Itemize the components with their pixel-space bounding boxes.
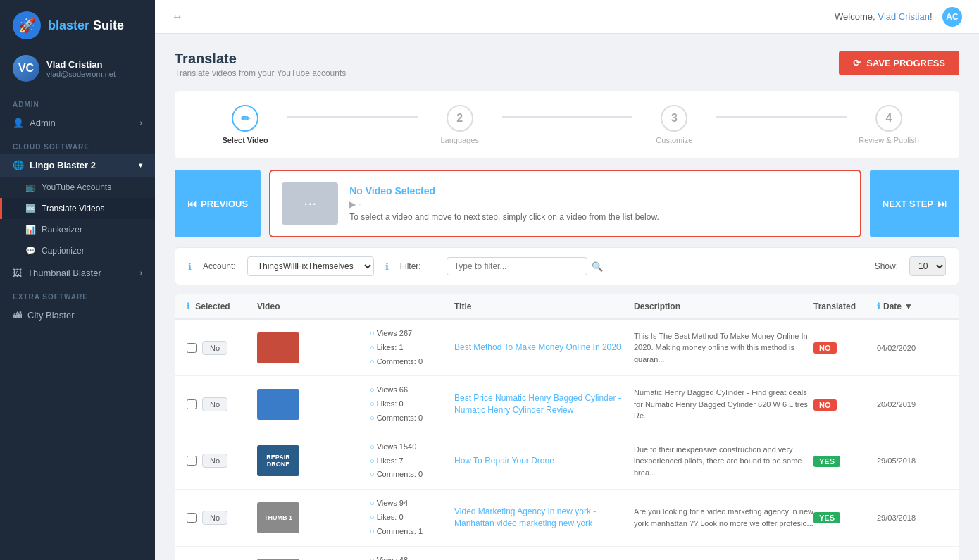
video-thumb[interactable]: THUMB 1 xyxy=(257,502,299,533)
th-description: Description xyxy=(634,301,813,311)
wizard-label-3: Customize xyxy=(656,136,692,144)
translated-badge: NO xyxy=(813,342,837,354)
account-label: Account: xyxy=(203,261,236,271)
wizard-step-3: 3 Customize xyxy=(632,105,716,144)
wizard-step-1: ✏ Select Video xyxy=(203,105,287,144)
video-thumb[interactable] xyxy=(257,332,299,363)
cell-translated: NO xyxy=(813,399,877,410)
cell-selected: No xyxy=(187,511,257,525)
page-title: Translate xyxy=(175,51,346,67)
rankerizer-icon: 📊 xyxy=(25,225,36,235)
row-checkbox[interactable] xyxy=(187,399,197,409)
sidebar-item-translate-videos[interactable]: 🔤 Translate Videos xyxy=(0,198,155,219)
th-selected: ℹ Selected xyxy=(187,301,257,311)
cell-stats: ○Views 267 ○Likes: 1 ○Comments: 0 xyxy=(370,327,454,368)
admin-section-label: ADMIN xyxy=(0,92,155,111)
topbar-nav: ↔ xyxy=(172,11,183,23)
no-button[interactable]: No xyxy=(202,341,227,355)
video-nav-area: ⏮ PREVIOUS ··· No Video Selected ▶ · To … xyxy=(175,170,959,237)
cell-date: 04/02/2020 xyxy=(877,344,947,352)
th-title: Title xyxy=(454,301,634,311)
show-select[interactable]: 10 xyxy=(909,256,946,276)
filter-input[interactable] xyxy=(447,257,587,275)
logo-icon: 🚀 xyxy=(13,11,41,39)
wizard-steps: ✏ Select Video 2 Languages 3 Customize 4… xyxy=(175,91,959,158)
sidebar-item-rankerizer[interactable]: 📊 Rankerizer xyxy=(0,219,155,240)
avatar: VC xyxy=(13,55,39,82)
wizard-circle-2: 2 xyxy=(447,105,473,132)
wizard-circle-3: 3 xyxy=(661,105,687,132)
no-button[interactable]: No xyxy=(202,397,227,411)
sidebar-item-city-blaster[interactable]: 🏙 City Blaster xyxy=(0,304,155,327)
video-hint-text: To select a video and move to next step,… xyxy=(349,212,849,222)
sidebar-item-youtube-accounts[interactable]: 📺 YouTube Accounts xyxy=(0,177,155,198)
row-checkbox[interactable] xyxy=(187,456,197,466)
nav-arrows[interactable]: ↔ xyxy=(172,11,183,23)
translated-badge: NO xyxy=(813,399,837,411)
cell-selected: No xyxy=(187,341,257,355)
table-body: No ○Views 267 ○Likes: 1 ○Comments: 0 Bes… xyxy=(175,320,959,560)
video-select-box: ··· No Video Selected ▶ · To select a vi… xyxy=(269,170,861,237)
cell-translated: YES xyxy=(813,512,877,523)
row-checkbox[interactable] xyxy=(187,343,197,353)
video-thumbnail-placeholder: ··· xyxy=(282,182,338,225)
save-progress-button[interactable]: ⟳ SAVE PROGRESS xyxy=(839,51,959,75)
th-stats xyxy=(370,301,454,311)
cell-title: How To Repair Your Drone xyxy=(454,455,634,467)
sidebar-user: VC Vlad Cristian vlad@sodevrom.net xyxy=(0,48,155,92)
video-thumb[interactable]: REPAIR DRONE xyxy=(257,445,299,476)
translated-badge: YES xyxy=(813,456,840,467)
th-icon-date: ℹ xyxy=(877,301,880,311)
cell-title: Best Method To Make Money Online In 2020 xyxy=(454,342,634,354)
sort-icon[interactable]: ▼ xyxy=(904,301,913,311)
th-icon-selected: ℹ xyxy=(187,301,190,311)
video-play-row: ▶ · xyxy=(349,199,849,209)
video-dots-icon: ··· xyxy=(304,194,316,213)
next-icon: ⏭ xyxy=(937,199,947,209)
content-area: Translate Translate videos from your You… xyxy=(155,34,979,560)
video-title-link[interactable]: Best Price Numatic Henry Bagged Cylinder… xyxy=(454,393,621,415)
no-button[interactable]: No xyxy=(202,454,227,468)
play-icon: ▶ xyxy=(349,199,356,209)
wizard-label-4: Review & Publish xyxy=(859,136,919,144)
previous-button[interactable]: ⏮ PREVIOUS xyxy=(175,170,261,237)
cell-selected: No xyxy=(187,397,257,411)
sidebar-item-captionizer[interactable]: 💬 Captionizer xyxy=(0,240,155,261)
cell-date: 29/03/2018 xyxy=(877,514,947,522)
prev-icon: ⏮ xyxy=(187,199,197,209)
lingo-blaster-group[interactable]: 🌐 Lingo Blaster 2 ▾ xyxy=(0,154,155,177)
cell-description: Due to their inexpensive construction an… xyxy=(634,444,813,479)
city-icon: 🏙 xyxy=(13,310,22,321)
refresh-icon: ⟳ xyxy=(853,58,861,68)
video-table: ℹ Selected Video Title Description Trans… xyxy=(175,294,959,560)
cell-stats: ○Views 94 ○Likes: 0 ○Comments: 1 xyxy=(370,497,454,538)
main-area: ↔ Welcome, Vlad Cristian! AC Translate T… xyxy=(155,0,979,560)
sidebar-item-thumbnail-blaster[interactable]: 🖼 Thumbnail Blaster › xyxy=(0,261,155,285)
video-title-link[interactable]: Video Marketing Agency In new york - Man… xyxy=(454,506,596,528)
cell-stats: ○Views 48 ○Likes: 0 ○Comments: 0 xyxy=(370,554,454,560)
page-subtitle: Translate videos from your YouTube accou… xyxy=(175,68,346,78)
th-video: Video xyxy=(257,301,370,311)
row-checkbox[interactable] xyxy=(187,513,197,523)
video-title-link[interactable]: How To Repair Your Drone xyxy=(454,456,554,466)
cell-video: THUMB 1 xyxy=(257,502,370,533)
table-row: No THUMB 1 ○Views 94 ○Likes: 0 ○Comments… xyxy=(175,490,959,546)
video-title-link[interactable]: Best Method To Make Money Online In 2020 xyxy=(454,342,621,352)
page-header: Translate Translate videos from your You… xyxy=(175,51,959,78)
logo-text: blaster Suite xyxy=(48,18,124,33)
next-step-button[interactable]: NEXT STEP ⏭ xyxy=(870,170,959,237)
wizard-line-3 xyxy=(716,116,847,118)
no-button[interactable]: No xyxy=(202,511,227,525)
topbar: ↔ Welcome, Vlad Cristian! AC xyxy=(155,0,979,34)
cell-selected: No xyxy=(187,454,257,468)
video-thumb[interactable] xyxy=(257,389,299,420)
wizard-step-4: 4 Review & Publish xyxy=(847,105,931,144)
cell-description: Are you looking for a video marketing ag… xyxy=(634,506,813,529)
cell-description: This Is The Best Method To Make Money On… xyxy=(634,330,813,366)
account-select[interactable]: ThingsWillFixThemselves xyxy=(247,256,374,276)
translate-icon: 🔤 xyxy=(25,204,36,213)
wizard-line-1 xyxy=(287,116,418,118)
table-row: No ○Views 66 ○Likes: 0 ○Comments: 0 Best… xyxy=(175,376,959,433)
sidebar-item-admin[interactable]: 👤 Admin › xyxy=(0,111,155,135)
table-row: No ○Views 267 ○Likes: 1 ○Comments: 0 Bes… xyxy=(175,320,959,376)
